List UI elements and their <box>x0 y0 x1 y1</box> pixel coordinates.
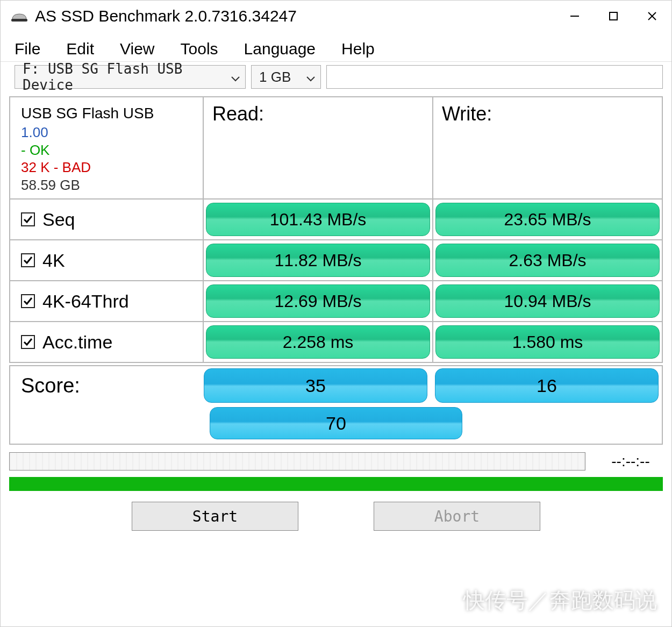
minimize-button[interactable] <box>555 1 594 32</box>
header-read: Read: <box>204 97 433 198</box>
menubar: File Edit View Tools Language Help <box>1 36 671 62</box>
toolbar: F: USB SG Flash USB Device 1 GB <box>1 62 671 94</box>
device-select[interactable]: F: USB SG Flash USB Device <box>15 65 246 89</box>
maximize-button[interactable] <box>594 1 633 32</box>
results-grid: USB SG Flash USB 1.00 - OK 32 K - BAD 58… <box>9 96 663 363</box>
4k64-read-value: 12.69 MB/s <box>206 284 430 318</box>
close-button[interactable] <box>633 1 671 32</box>
4k-read-value: 11.82 MB/s <box>206 244 430 277</box>
header-write: Write: <box>433 97 662 198</box>
checkbox-acc[interactable] <box>21 335 35 349</box>
label-acc: Acc.time <box>42 332 112 353</box>
row-4k: 4K 11.82 MB/s 2.63 MB/s <box>10 240 662 281</box>
score-panel: Score: 35 16 70 <box>9 365 663 445</box>
app-icon <box>10 10 28 23</box>
progress-bar <box>9 452 585 471</box>
start-button[interactable]: Start <box>132 502 298 531</box>
menu-tools[interactable]: Tools <box>181 40 218 58</box>
svg-rect-2 <box>610 12 617 20</box>
device-info-cell: USB SG Flash USB 1.00 - OK 32 K - BAD 58… <box>10 97 204 198</box>
device-capacity: 58.59 GB <box>21 176 80 194</box>
4k64-write-value: 10.94 MB/s <box>435 284 660 318</box>
menu-language[interactable]: Language <box>244 40 316 58</box>
svg-rect-0 <box>11 19 27 22</box>
elapsed-timer: --:--:-- <box>598 453 663 470</box>
progress-row: --:--:-- <box>9 452 663 471</box>
row-4k64: 4K-64Thrd 12.69 MB/s 10.94 MB/s <box>10 281 662 322</box>
chevron-down-icon <box>231 69 240 85</box>
device-version: 1.00 <box>21 124 48 141</box>
size-select[interactable]: 1 GB <box>251 65 321 89</box>
window-controls <box>555 1 671 32</box>
seq-read-value: 101.43 MB/s <box>206 203 430 236</box>
chevron-down-icon <box>306 69 315 86</box>
menu-help[interactable]: Help <box>341 40 375 58</box>
menu-file[interactable]: File <box>15 40 40 58</box>
checkbox-4k[interactable] <box>21 253 35 267</box>
button-row: Start Abort <box>9 502 663 531</box>
acc-write-value: 1.580 ms <box>435 325 660 359</box>
watermark: 快传号／奔跑数码说 <box>463 586 657 615</box>
menu-view[interactable]: View <box>120 40 154 58</box>
menu-edit[interactable]: Edit <box>66 40 94 58</box>
window-title: AS SSD Benchmark 2.0.7316.34247 <box>35 7 555 25</box>
size-select-value: 1 GB <box>259 69 291 86</box>
score-label: Score: <box>21 374 204 397</box>
row-seq: Seq 101.43 MB/s 23.65 MB/s <box>10 200 662 240</box>
checkbox-4k64[interactable] <box>21 294 35 308</box>
label-4k: 4K <box>42 250 65 271</box>
grid-header-row: USB SG Flash USB 1.00 - OK 32 K - BAD 58… <box>10 97 662 200</box>
seq-write-value: 23.65 MB/s <box>435 203 660 236</box>
titlebar: AS SSD Benchmark 2.0.7316.34247 <box>1 1 671 32</box>
row-acc: Acc.time 2.258 ms 1.580 ms <box>10 322 662 363</box>
checkbox-seq[interactable] <box>21 212 35 226</box>
header-write-label: Write: <box>442 103 492 125</box>
acc-read-value: 2.258 ms <box>206 325 430 359</box>
device-status-bad: 32 K - BAD <box>21 159 91 176</box>
label-seq: Seq <box>42 209 75 230</box>
score-read: 35 <box>204 368 427 403</box>
device-status-ok: - OK <box>21 141 49 159</box>
app-window: AS SSD Benchmark 2.0.7316.34247 File Edi… <box>0 0 672 627</box>
score-total: 70 <box>210 407 462 439</box>
search-input[interactable] <box>326 65 663 89</box>
abort-button[interactable]: Abort <box>374 502 540 531</box>
completion-bar <box>9 477 663 491</box>
score-write: 16 <box>435 368 659 403</box>
header-read-label: Read: <box>212 103 264 125</box>
device-select-value: F: USB SG Flash USB Device <box>23 61 240 93</box>
4k-write-value: 2.63 MB/s <box>435 244 660 277</box>
device-name: USB SG Flash USB <box>21 104 154 123</box>
label-4k64: 4K-64Thrd <box>42 291 129 312</box>
